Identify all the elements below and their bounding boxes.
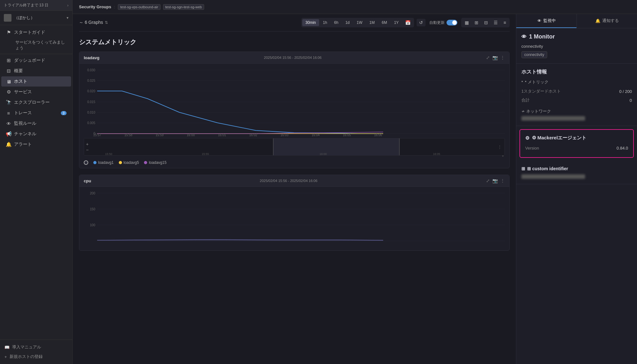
section-title: システムメトリック [79,38,510,46]
sidebar-item-overview[interactable]: ⊟ 概要 [1,66,71,76]
zoom-in-icon[interactable]: + [86,142,89,147]
agent-title-text: ⚙ Mackerelエージェント [532,135,586,141]
right-panel-tabs: 👁 監視中 🔔 通知する [516,14,637,28]
breadcrumb-sep: : [114,5,115,9]
dashboard-icon: ⊞ [6,58,11,63]
time-btn-30min[interactable]: 30min [302,19,319,26]
agent-icon: ⚙ [525,135,529,141]
layout-btn-1[interactable]: ▦ [462,19,471,26]
svg-text:200: 200 [90,192,95,195]
expand-icon-cpu[interactable]: ⤢ [486,178,490,183]
layout-btn-menu[interactable]: ≡ [501,19,509,26]
svg-text:15:58: 15:58 [124,133,132,137]
svg-text:0.020: 0.020 [87,89,95,93]
calendar-button[interactable]: 📅 [403,19,413,26]
layout-btn-4[interactable]: ☰ [491,19,500,26]
binoculars-icon: 👁 [537,18,541,23]
expand-icon[interactable]: ⤢ [486,55,490,60]
graph-date-range-cpu: 2025/02/04 15:56 - 2025/02/04 16:06 [260,179,318,183]
time-btn-1W[interactable]: 1W [354,19,366,26]
graph-actions-cpu: ⤢ 📷 ⋮ [486,178,505,183]
svg-text:15:57: 15:57 [93,133,101,137]
graph-title-loadavg: loadavg [84,55,99,60]
layout-btn-2[interactable]: ⊞ [472,19,481,26]
time-btn-6h[interactable]: 6h [331,19,341,26]
sidebar-item-new-host[interactable]: + 新規ホストの登録 [0,352,72,361]
breadcrumb-tag-2: test-sg-sgn-test-sg-web [163,4,204,10]
sidebar-item-service[interactable]: ⚙ サービス [1,87,71,97]
trace-icon: ≡ [6,110,11,116]
host-info-title: ホスト情報 [521,69,632,75]
sidebar-item-label: エクスプローラー [14,100,50,105]
zoom-out-icon[interactable]: − [86,147,89,152]
layout-btn-3[interactable]: ⊟ [482,19,490,26]
loadavg-chart-svg: 0.030 0.025 0.020 0.015 0.010 0.005 0 [84,67,505,137]
camera-icon[interactable]: 📷 [492,55,498,60]
mini-chart-svg: 15:50 15:55 16:00 16:05 [84,138,505,155]
sidebar-sub-label: サービスをつくってみましょう [15,39,68,51]
camera-icon-cpu[interactable]: 📷 [492,178,498,183]
sidebar-item-startguide[interactable]: ⚑ スタートガイド [1,27,71,38]
sidebar-item-channel[interactable]: 📢 チャンネル [1,129,71,139]
trial-bar[interactable]: トライアル終了まで 13 日 › [0,0,72,11]
connectivity-tag: connectivity [521,51,547,58]
share-icon[interactable]: ⋮ [500,55,505,60]
legend-dot-loadavg15 [144,161,147,164]
custom-id-label: ⊞ custom identifier [527,166,568,171]
sidebar-item-dashboard[interactable]: ⊞ ダッシュボード [1,55,71,66]
sidebar-item-manual[interactable]: 📖 導入マニュアル [0,342,72,352]
svg-text:15:55: 15:55 [202,152,209,155]
chart-area-loadavg: 0.030 0.025 0.020 0.015 0.010 0.005 0 [79,64,509,153]
time-btn-6M[interactable]: 6M [378,19,390,26]
auto-refresh-toggle[interactable] [447,20,457,25]
sidebar-item-label: ダッシュボード [14,58,45,63]
breadcrumb: Security Groups : test-sg-vps-outbound-a… [79,4,205,10]
host-icon: 🖥 [6,79,11,84]
host-info-section: ホスト情報 𝄺 𝄺 メトリック 1スタンダードホスト 0 / 200 合計 0 [516,64,637,126]
time-btn-1M[interactable]: 1M [366,19,378,26]
standard-host-value: 0 / 200 [619,89,632,94]
tab-notify[interactable]: 🔔 通知する [576,14,637,28]
sidebar-item-alert[interactable]: 🔔 アラート [1,139,71,150]
sidebar-item-explorer[interactable]: 🔭 エクスプローラー [1,97,71,108]
network-label-text: ネットワーク [526,109,551,114]
total-label: 合計 [521,97,530,103]
sidebar-item-label: サービス [14,89,32,95]
sidebar-item-label: アラート [14,142,32,147]
standard-host-row: 1スタンダードホスト 0 / 200 [521,87,632,96]
chart-legend-loadavg: loadavg1 loadavg5 loadavg15 [79,158,509,168]
monitor-section-title: 👁 1 Monitor [521,33,632,40]
svg-text:16:03: 16:03 [280,133,288,137]
network-label: ≁ ネットワーク [521,108,632,114]
sidebar-item-host[interactable]: 🖥 ホスト [1,76,71,87]
agent-section-title: ⚙ ⚙ Mackerelエージェント [525,135,628,141]
sidebar-sub-item-service[interactable]: サービスをつくってみましょう [0,38,72,52]
sidebar-item-trace[interactable]: ≡ トレース β [1,108,71,118]
legend-item-loadavg15[interactable]: loadavg15 [144,160,166,165]
grid-icon: ⊟ [6,68,11,74]
svg-text:16:01: 16:01 [218,133,226,137]
time-btn-1d[interactable]: 1d [342,19,353,26]
legend-label-loadavg1: loadavg1 [98,160,114,165]
graph-card-header-cpu: cpu 2025/02/04 15:56 - 2025/02/04 16:06 … [79,175,509,187]
agent-section: ⚙ ⚙ Mackerelエージェント Version 0.84.0 [519,129,634,158]
time-btn-1Y[interactable]: 1Y [391,19,402,26]
time-button-group: 30min 1h 6h 1d 1W 1M 6M 1Y 📅 [301,18,414,27]
graph-meta-cpu: 2025/02/04 15:56 - 2025/02/04 16:06 [260,179,318,183]
graphs-label-text: ～ 6 Graphs [79,20,103,25]
tab-monitor[interactable]: 👁 監視中 [516,14,576,28]
graphs-select-arrow[interactable]: ⇅ [105,20,108,25]
legend-item-loadavg1[interactable]: loadavg1 [93,160,114,165]
explorer-icon: 🔭 [6,100,11,105]
share-icon-cpu[interactable]: ⋮ [500,178,505,183]
graph-title-cpu: cpu [84,178,91,183]
org-selector[interactable]: （ぼかし） ▾ [0,11,72,25]
mini-more-icon[interactable]: ⋮ [497,144,502,150]
time-btn-1h[interactable]: 1h [320,19,330,26]
sidebar-item-monitor[interactable]: 👁 監視ルール [1,118,71,129]
legend-item-loadavg5[interactable]: loadavg5 [119,160,139,165]
refresh-button[interactable]: ↺ [417,19,426,26]
graph-card-header-loadavg: loadavg 2025/02/04 15:56 - 2025/02/04 16… [79,52,509,64]
sidebar-bottom: 📖 導入マニュアル + 新規ホストの登録 [0,340,72,364]
svg-text:16:06: 16:06 [374,133,382,137]
